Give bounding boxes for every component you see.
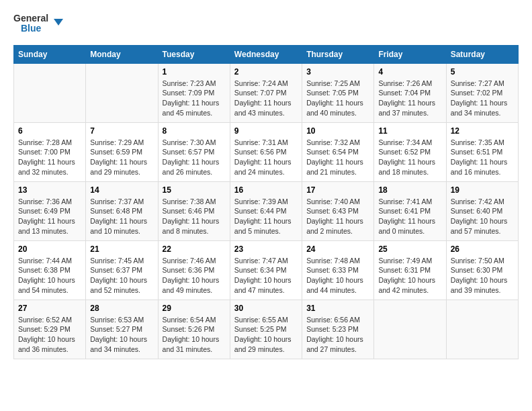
day-number: 11 [378,126,441,136]
cell-info: Sunrise: 7:37 AMSunset: 6:48 PMDaylight:… [90,197,153,236]
calendar-cell: 22Sunrise: 7:46 AMSunset: 6:36 PMDayligh… [158,240,230,300]
day-number: 17 [306,185,369,195]
calendar-cell: 17Sunrise: 7:40 AMSunset: 6:43 PMDayligh… [302,181,374,240]
cell-info: Sunrise: 7:47 AMSunset: 6:34 PMDaylight:… [234,256,298,295]
cell-info: Sunrise: 7:41 AMSunset: 6:41 PMDaylight:… [378,197,441,236]
calendar-cell [374,300,446,359]
day-number: 25 [378,244,441,254]
day-number: 2 [234,67,298,77]
calendar-cell: 21Sunrise: 7:45 AMSunset: 6:37 PMDayligh… [86,240,158,300]
day-number: 4 [378,67,441,77]
day-number: 16 [234,185,298,195]
cell-info: Sunrise: 7:40 AMSunset: 6:43 PMDaylight:… [306,197,369,236]
cell-info: Sunrise: 7:30 AMSunset: 6:57 PMDaylight:… [163,138,226,177]
calendar-table: SundayMondayTuesdayWednesdayThursdayFrid… [13,45,519,359]
cell-info: Sunrise: 7:42 AMSunset: 6:40 PMDaylight:… [451,197,514,236]
day-number: 5 [451,67,514,77]
day-of-week-header: Saturday [446,45,518,63]
day-number: 14 [90,185,153,195]
day-number: 9 [234,126,298,136]
cell-info: Sunrise: 7:29 AMSunset: 6:59 PMDaylight:… [90,138,153,177]
calendar-cell: 8Sunrise: 7:30 AMSunset: 6:57 PMDaylight… [158,122,230,181]
cell-info: Sunrise: 7:24 AMSunset: 7:07 PMDaylight:… [234,79,298,118]
day-number: 23 [234,244,298,254]
cell-info: Sunrise: 6:54 AMSunset: 5:26 PMDaylight:… [163,315,226,355]
cell-info: Sunrise: 7:32 AMSunset: 6:54 PMDaylight:… [306,138,369,177]
calendar-cell: 30Sunrise: 6:55 AMSunset: 5:25 PMDayligh… [230,300,302,359]
cell-info: Sunrise: 7:48 AMSunset: 6:33 PMDaylight:… [306,256,369,295]
cell-info: Sunrise: 6:53 AMSunset: 5:27 PMDaylight:… [90,315,153,355]
calendar-week-row: 27Sunrise: 6:52 AMSunset: 5:29 PMDayligh… [14,300,519,359]
cell-info: Sunrise: 7:49 AMSunset: 6:31 PMDaylight:… [378,256,441,295]
svg-marker-0 [54,19,63,26]
day-number: 18 [378,185,441,195]
page-header: General Blue [13,13,519,34]
cell-info: Sunrise: 7:46 AMSunset: 6:36 PMDaylight:… [163,256,226,295]
cell-info: Sunrise: 7:50 AMSunset: 6:30 PMDaylight:… [451,256,514,295]
cell-info: Sunrise: 7:44 AMSunset: 6:38 PMDaylight:… [18,256,81,295]
day-number: 22 [163,244,226,254]
day-number: 15 [163,185,226,195]
day-number: 29 [163,304,226,313]
day-number: 20 [18,244,81,254]
calendar-cell: 3Sunrise: 7:25 AMSunset: 7:05 PMDaylight… [302,63,374,122]
calendar-cell: 14Sunrise: 7:37 AMSunset: 6:48 PMDayligh… [86,181,158,240]
calendar-header: SundayMondayTuesdayWednesdayThursdayFrid… [14,45,519,63]
calendar-cell: 23Sunrise: 7:47 AMSunset: 6:34 PMDayligh… [230,240,302,300]
logo-bird-icon [48,16,63,31]
day-number: 30 [234,304,298,313]
header-row: SundayMondayTuesdayWednesdayThursdayFrid… [14,45,519,63]
day-of-week-header: Thursday [302,45,374,63]
day-number: 21 [90,244,153,254]
calendar-cell: 1Sunrise: 7:23 AMSunset: 7:09 PMDaylight… [158,63,230,122]
calendar-cell: 19Sunrise: 7:42 AMSunset: 6:40 PMDayligh… [446,181,518,240]
day-number: 6 [18,126,81,136]
cell-info: Sunrise: 7:39 AMSunset: 6:44 PMDaylight:… [234,197,298,236]
calendar-week-row: 20Sunrise: 7:44 AMSunset: 6:38 PMDayligh… [14,240,519,300]
calendar-cell: 7Sunrise: 7:29 AMSunset: 6:59 PMDaylight… [86,122,158,181]
calendar-cell [86,63,158,122]
calendar-cell: 5Sunrise: 7:27 AMSunset: 7:02 PMDaylight… [446,63,518,122]
calendar-cell: 2Sunrise: 7:24 AMSunset: 7:07 PMDaylight… [230,63,302,122]
logo-general: General [13,13,48,24]
day-of-week-header: Monday [86,45,158,63]
day-number: 8 [163,126,226,136]
calendar-cell: 9Sunrise: 7:31 AMSunset: 6:56 PMDaylight… [230,122,302,181]
logo-blue: Blue [13,24,48,34]
calendar-week-row: 6Sunrise: 7:28 AMSunset: 7:00 PMDaylight… [14,122,519,181]
day-number: 26 [451,244,514,254]
cell-info: Sunrise: 6:55 AMSunset: 5:25 PMDaylight:… [234,315,298,355]
logo: General Blue [13,13,63,34]
day-number: 7 [90,126,153,136]
calendar-cell: 4Sunrise: 7:26 AMSunset: 7:04 PMDaylight… [374,63,446,122]
cell-info: Sunrise: 7:35 AMSunset: 6:51 PMDaylight:… [451,138,514,177]
cell-info: Sunrise: 7:26 AMSunset: 7:04 PMDaylight:… [378,79,441,118]
day-number: 31 [306,304,369,313]
calendar-cell: 18Sunrise: 7:41 AMSunset: 6:41 PMDayligh… [374,181,446,240]
calendar-cell: 26Sunrise: 7:50 AMSunset: 6:30 PMDayligh… [446,240,518,300]
cell-info: Sunrise: 7:25 AMSunset: 7:05 PMDaylight:… [306,79,369,118]
calendar-cell: 6Sunrise: 7:28 AMSunset: 7:00 PMDaylight… [14,122,86,181]
calendar-cell: 12Sunrise: 7:35 AMSunset: 6:51 PMDayligh… [446,122,518,181]
cell-info: Sunrise: 7:38 AMSunset: 6:46 PMDaylight:… [163,197,226,236]
calendar-cell: 28Sunrise: 6:53 AMSunset: 5:27 PMDayligh… [86,300,158,359]
cell-info: Sunrise: 7:27 AMSunset: 7:02 PMDaylight:… [451,79,514,118]
calendar-cell: 11Sunrise: 7:34 AMSunset: 6:52 PMDayligh… [374,122,446,181]
calendar-cell: 20Sunrise: 7:44 AMSunset: 6:38 PMDayligh… [14,240,86,300]
calendar-cell: 16Sunrise: 7:39 AMSunset: 6:44 PMDayligh… [230,181,302,240]
cell-info: Sunrise: 7:36 AMSunset: 6:49 PMDaylight:… [18,197,81,236]
cell-info: Sunrise: 7:34 AMSunset: 6:52 PMDaylight:… [378,138,441,177]
cell-info: Sunrise: 7:45 AMSunset: 6:37 PMDaylight:… [90,256,153,295]
calendar-week-row: 1Sunrise: 7:23 AMSunset: 7:09 PMDaylight… [14,63,519,122]
cell-info: Sunrise: 6:52 AMSunset: 5:29 PMDaylight:… [18,315,81,355]
calendar-cell: 24Sunrise: 7:48 AMSunset: 6:33 PMDayligh… [302,240,374,300]
day-number: 27 [18,304,81,313]
day-number: 13 [18,185,81,195]
calendar-cell: 27Sunrise: 6:52 AMSunset: 5:29 PMDayligh… [14,300,86,359]
calendar-cell: 31Sunrise: 6:56 AMSunset: 5:23 PMDayligh… [302,300,374,359]
day-number: 1 [163,67,226,77]
calendar-cell: 10Sunrise: 7:32 AMSunset: 6:54 PMDayligh… [302,122,374,181]
calendar-week-row: 13Sunrise: 7:36 AMSunset: 6:49 PMDayligh… [14,181,519,240]
cell-info: Sunrise: 7:31 AMSunset: 6:56 PMDaylight:… [234,138,298,177]
cell-info: Sunrise: 7:23 AMSunset: 7:09 PMDaylight:… [163,79,226,118]
